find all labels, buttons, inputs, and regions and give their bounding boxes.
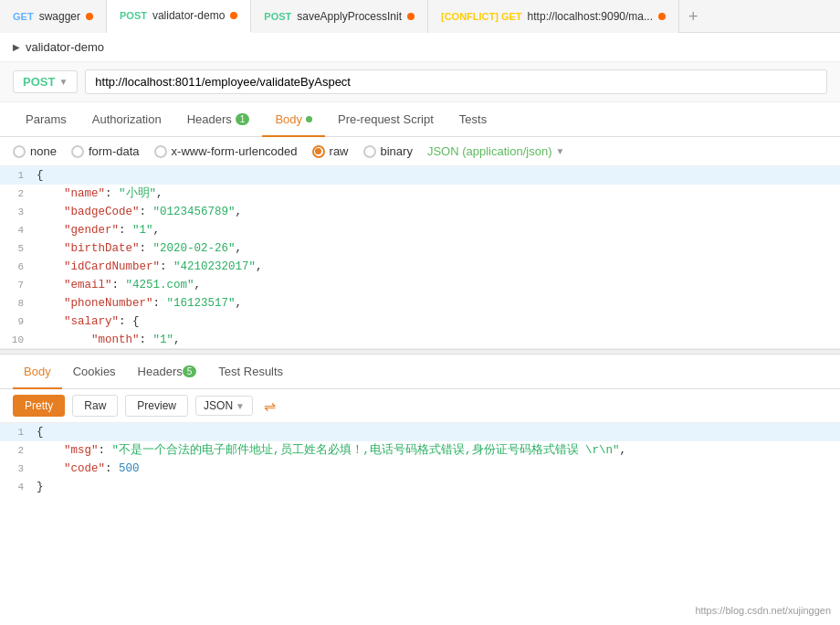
resp-line-number: 2 [0, 441, 33, 460]
resp-tab-body-label: Body [24, 365, 51, 378]
code-line-4: 4 "gender": "1", [0, 221, 840, 239]
body-type-bar: none form-data x-www-form-urlencoded raw… [0, 137, 840, 166]
request-name-bar: ▶ validator-demo [0, 33, 840, 62]
sub-tab-pre-request-label: Pre-request Script [338, 112, 434, 126]
sub-tab-authorization[interactable]: Authorization [79, 102, 174, 137]
radio-urlencoded-label: x-www-form-urlencoded [172, 144, 298, 158]
request-body-editor[interactable]: 1{2 "name": "小明",3 "badgeCode": "0123456… [0, 166, 840, 349]
url-input[interactable] [85, 69, 827, 94]
line-content: "salary": { [33, 312, 840, 331]
resp-tab-test-results-label: Test Results [218, 365, 283, 378]
resp-code-line-4: 4} [0, 478, 840, 496]
resp-json-select[interactable]: JSON ▼ [195, 396, 253, 416]
line-content: "name": "小明", [33, 185, 840, 203]
radio-form-data-circle [71, 145, 84, 158]
sub-tab-headers[interactable]: Headers 1 [174, 102, 263, 137]
line-content: "gender": "1", [33, 221, 840, 239]
code-line-2: 2 "name": "小明", [0, 185, 840, 203]
line-number: 2 [0, 185, 33, 203]
radio-none-label: none [30, 144, 57, 158]
radio-form-data-label: form-data [89, 144, 140, 158]
resp-line-number: 1 [0, 423, 33, 441]
sub-tabs: Params Authorization Headers 1 Body Pre-… [0, 102, 840, 137]
line-number: 8 [0, 294, 33, 312]
radio-binary-circle [363, 145, 376, 158]
code-line-3: 3 "badgeCode": "0123456789", [0, 203, 840, 221]
line-number: 3 [0, 203, 33, 221]
sub-tab-params-label: Params [26, 112, 67, 126]
resp-code-line-1: 1{ [0, 423, 840, 441]
line-content: "email": "4251.com", [33, 276, 840, 294]
resp-tab-test-results[interactable]: Test Results [207, 355, 294, 389]
json-type-select[interactable]: JSON (application/json) ▼ [427, 144, 564, 158]
tab-get-swagger[interactable]: GET swagger [0, 0, 107, 33]
tab-dot-swagger [86, 13, 93, 20]
watermark: https://blog.csdn.net/xujinggen [695, 605, 831, 616]
json-type-label: JSON (application/json) [427, 144, 552, 158]
tab-label-swagger: swagger [39, 10, 80, 23]
code-line-7: 7 "email": "4251.com", [0, 276, 840, 294]
line-number: 1 [0, 166, 33, 185]
radio-none[interactable]: none [13, 144, 57, 158]
tab-dot-conflict [658, 13, 666, 20]
line-content: "month": "1", [33, 331, 840, 349]
sub-tab-tests[interactable]: Tests [446, 102, 499, 137]
resp-line-content: "msg": "不是一个合法的电子邮件地址,员工姓名必填！,电话号码格式错误,身… [33, 441, 840, 460]
sub-tab-body-label: Body [275, 112, 302, 126]
resp-code-line-2: 2 "msg": "不是一个合法的电子邮件地址,员工姓名必填！,电话号码格式错误… [0, 441, 840, 460]
tab-method-post1: POST [120, 10, 147, 21]
resp-line-content: "code": 500 [33, 460, 840, 478]
response-body-area: 1{2 "msg": "不是一个合法的电子邮件地址,员工姓名必填！,电话号码格式… [0, 423, 840, 533]
sub-tab-body[interactable]: Body [262, 102, 325, 137]
tab-post-validator-demo[interactable]: POST validator-demo [107, 0, 251, 33]
tab-label-save-apply: saveApplyProcessInit [297, 10, 402, 23]
tab-method-get: GET [13, 11, 34, 22]
resp-line-number: 4 [0, 478, 33, 496]
line-number: 10 [0, 331, 33, 349]
resp-tab-cookies-label: Cookies [73, 365, 116, 378]
line-number: 6 [0, 258, 33, 276]
json-type-chevron-icon: ▼ [555, 146, 564, 156]
sub-tab-pre-request[interactable]: Pre-request Script [325, 102, 446, 137]
tab-label-conflict: http://localhost:9090/ma... [528, 10, 653, 23]
code-line-1: 1{ [0, 166, 840, 185]
line-content: "phoneNumber": "16123517", [33, 294, 840, 312]
tab-method-conflict: [CONFLICT] GET [441, 11, 522, 22]
headers-badge: 1 [236, 113, 250, 125]
resp-tab-headers[interactable]: Headers 5 [127, 355, 208, 389]
response-toolbar: Pretty Raw Preview JSON ▼ ⇌ [0, 389, 840, 423]
line-content: "birthDate": "2020-02-26", [33, 239, 840, 258]
code-line-10: 10 "month": "1", [0, 331, 840, 349]
radio-form-data[interactable]: form-data [71, 144, 140, 158]
resp-raw-button[interactable]: Raw [72, 395, 118, 417]
radio-raw[interactable]: raw [312, 144, 349, 158]
body-dot [306, 116, 312, 122]
sub-tab-authorization-label: Authorization [92, 112, 162, 126]
url-bar: POST ▼ [0, 62, 840, 102]
tab-post-save-apply[interactable]: POST saveApplyProcessInit [251, 0, 428, 33]
expand-icon: ▶ [13, 42, 20, 52]
radio-none-circle [13, 145, 26, 158]
resp-line-content: { [33, 423, 840, 441]
line-number: 9 [0, 312, 33, 331]
radio-raw-circle [312, 145, 325, 158]
code-line-8: 8 "phoneNumber": "16123517", [0, 294, 840, 312]
resp-tab-cookies[interactable]: Cookies [62, 355, 127, 389]
tab-dot-save-apply [407, 13, 415, 20]
sub-tab-params[interactable]: Params [13, 102, 79, 137]
tab-conflict-get[interactable]: [CONFLICT] GET http://localhost:9090/ma.… [428, 0, 679, 33]
resp-pretty-button[interactable]: Pretty [13, 395, 65, 417]
radio-raw-label: raw [330, 144, 349, 158]
method-select[interactable]: POST ▼ [13, 70, 78, 93]
code-line-5: 5 "birthDate": "2020-02-26", [0, 239, 840, 258]
resp-tab-body[interactable]: Body [13, 355, 62, 389]
add-tab-button[interactable]: + [679, 0, 708, 33]
radio-binary[interactable]: binary [363, 144, 413, 158]
method-chevron-icon: ▼ [58, 77, 68, 87]
line-content: { [33, 166, 840, 185]
wrap-icon[interactable]: ⇌ [264, 397, 276, 415]
resp-tab-headers-label: Headers [138, 365, 183, 378]
resp-preview-button[interactable]: Preview [125, 395, 188, 417]
resp-line-content: } [33, 478, 840, 496]
radio-urlencoded[interactable]: x-www-form-urlencoded [154, 144, 298, 158]
